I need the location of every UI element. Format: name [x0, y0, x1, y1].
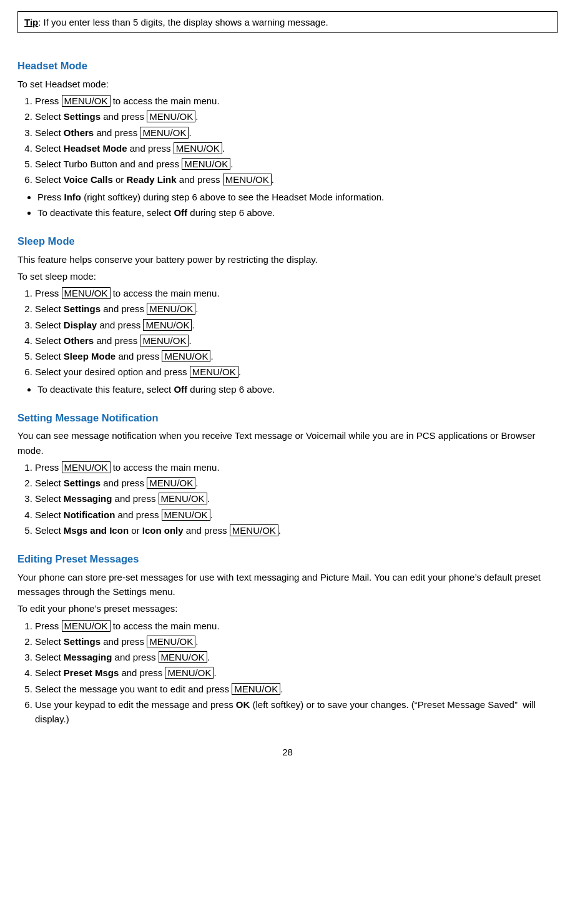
list-item: Select Others and press MENU/OK.: [35, 125, 558, 140]
tip-box: Tip: If you enter less than 5 digits, th…: [17, 11, 558, 33]
headset-mode-intro: To set Headset mode:: [17, 77, 558, 91]
sleep-mode-intro1: This feature helps conserve your battery…: [17, 252, 558, 267]
menu-ok-badge: MENU/OK: [182, 158, 230, 170]
list-item: Press MENU/OK to access the main menu.: [35, 460, 558, 474]
list-item: Select Settings and press MENU/OK.: [35, 302, 558, 316]
list-item: Select Settings and press MENU/OK.: [35, 476, 558, 490]
list-item: Select Settings and press MENU/OK.: [35, 109, 558, 124]
list-item: Select Voice Calls or Ready Link and pre…: [35, 172, 558, 187]
list-item: Select Settings and press MENU/OK.: [35, 634, 558, 649]
menu-ok-badge: MENU/OK: [147, 303, 195, 315]
list-item: Select Messaging and press MENU/OK.: [35, 491, 558, 506]
menu-ok-badge: MENU/OK: [162, 350, 210, 362]
sleep-mode-bullets: To deactivate this feature, select Off d…: [37, 382, 558, 396]
list-item: Select Msgs and Icon or Icon only and pr…: [35, 523, 558, 538]
menu-ok-badge: MENU/OK: [159, 651, 207, 663]
list-item: Press MENU/OK to access the main menu.: [35, 94, 558, 108]
menu-ok-badge: MENU/OK: [147, 477, 195, 489]
menu-ok-badge: MENU/OK: [143, 319, 192, 331]
list-item: Use your keypad to edit the message and …: [35, 697, 558, 727]
menu-ok-badge: MENU/OK: [223, 174, 272, 185]
list-item: Select Messaging and press MENU/OK.: [35, 650, 558, 664]
menu-ok-badge: MENU/OK: [174, 142, 222, 154]
headset-mode-steps: Press MENU/OK to access the main menu. S…: [35, 94, 558, 187]
menu-ok-badge: MENU/OK: [232, 683, 280, 695]
menu-ok-badge: MENU/OK: [62, 287, 111, 299]
list-item: Select Headset Mode and press MENU/OK.: [35, 141, 558, 155]
menu-ok-badge: MENU/OK: [62, 620, 111, 632]
menu-ok-badge: MENU/OK: [147, 636, 195, 647]
sleep-mode-steps: Press MENU/OK to access the main menu. S…: [35, 286, 558, 380]
list-item: To deactivate this feature, select Off d…: [37, 205, 558, 220]
list-item: Select the message you want to edit and …: [35, 682, 558, 696]
tip-text: : If you enter less than 5 digits, the d…: [38, 17, 328, 27]
headset-mode-heading: Headset Mode: [17, 58, 558, 74]
menu-ok-badge: MENU/OK: [62, 461, 111, 473]
list-item: Press MENU/OK to access the main menu.: [35, 619, 558, 633]
list-item: Select Turbo Button and and press MENU/O…: [35, 157, 558, 171]
list-item: Select Display and press MENU/OK.: [35, 318, 558, 332]
setting-notification-steps: Press MENU/OK to access the main menu. S…: [35, 460, 558, 538]
list-item: Select Notification and press MENU/OK.: [35, 508, 558, 522]
menu-ok-badge: MENU/OK: [165, 667, 214, 679]
menu-ok-badge: MENU/OK: [147, 111, 195, 122]
list-item: Select Sleep Mode and press MENU/OK.: [35, 349, 558, 363]
menu-ok-badge: MENU/OK: [162, 509, 210, 521]
tip-label: Tip: [24, 17, 38, 27]
editing-preset-steps: Press MENU/OK to access the main menu. S…: [35, 619, 558, 727]
sleep-mode-heading: Sleep Mode: [17, 233, 558, 250]
editing-preset-intro2: To edit your phone’s preset messages:: [17, 601, 558, 616]
sleep-mode-intro2: To set sleep mode:: [17, 269, 558, 283]
editing-preset-intro1: Your phone can store pre-set messages fo…: [17, 570, 558, 599]
menu-ok-badge: MENU/OK: [140, 127, 189, 139]
menu-ok-badge: MENU/OK: [62, 95, 111, 107]
list-item: Press Info (right softkey) during step 6…: [37, 190, 558, 204]
list-item: Select Preset Msgs and press MENU/OK.: [35, 666, 558, 680]
menu-ok-badge: MENU/OK: [159, 493, 207, 504]
list-item: To deactivate this feature, select Off d…: [37, 382, 558, 396]
list-item: Press MENU/OK to access the main menu.: [35, 286, 558, 300]
setting-notification-intro: You can see message notification when yo…: [17, 428, 558, 458]
list-item: Select your desired option and press MEN…: [35, 365, 558, 379]
list-item: Select Others and press MENU/OK.: [35, 333, 558, 348]
headset-mode-bullets: Press Info (right softkey) during step 6…: [37, 190, 558, 220]
setting-notification-heading: Setting Message Notification: [17, 410, 558, 426]
editing-preset-heading: Editing Preset Messages: [17, 551, 558, 568]
menu-ok-badge: MENU/OK: [190, 366, 238, 378]
menu-ok-badge: MENU/OK: [230, 524, 278, 536]
page-number: 28: [17, 745, 558, 759]
menu-ok-badge: MENU/OK: [140, 335, 189, 346]
